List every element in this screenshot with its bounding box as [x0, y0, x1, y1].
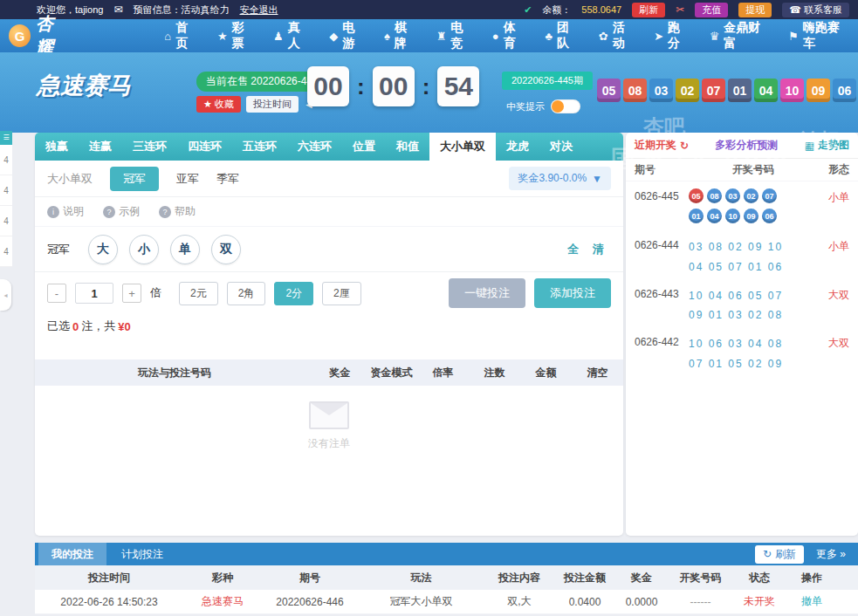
option-big[interactable]: 大 [88, 235, 118, 264]
balance-value: 558.0647 [581, 4, 621, 15]
refresh-icon: ↻ [763, 548, 772, 560]
tab-duijue[interactable]: 对决 [539, 133, 583, 161]
draw-numbers: 03 08 02 09 10 [689, 237, 818, 257]
nav-item-wealth[interactable]: ♛金鼎财富 [700, 19, 779, 52]
multiplier-input[interactable] [75, 283, 113, 304]
win-tip-toggle[interactable] [551, 99, 580, 113]
nav-item-team[interactable]: ♣团队 [535, 19, 588, 52]
tab-recent-draws[interactable]: 近期开奖↻ [635, 138, 689, 153]
rail-collapse-handle[interactable]: ◂ [0, 279, 11, 311]
tab-duying[interactable]: 独赢 [35, 133, 79, 161]
rail-item[interactable]: 4 [0, 175, 12, 206]
logout-link[interactable]: 安全退出 [239, 3, 278, 17]
position-runnerup[interactable]: 亚军 [176, 171, 199, 187]
selection-summary: 已选 0 注，共 ¥0 [35, 314, 623, 339]
tab-plan-bets[interactable]: 计划投注 [108, 543, 176, 565]
tab-analysis[interactable]: 多彩分析预测 [715, 138, 778, 153]
rail-menu-icon[interactable]: ☰ [0, 131, 12, 145]
lottery-number: 06 [833, 79, 856, 102]
clear-all-header[interactable]: 清空 [572, 366, 623, 380]
draw-issue: 0626-442 [635, 334, 689, 348]
help-help[interactable]: ?帮助 [159, 204, 196, 219]
multiplier-label: 倍 [150, 285, 161, 301]
withdraw-button[interactable]: 提现 [738, 3, 772, 17]
chevron-down-icon: ▼ [592, 173, 602, 185]
unit-fen[interactable]: 2分 [274, 282, 313, 305]
bet-game: 急速赛马 [183, 594, 262, 609]
nav-item-hipao[interactable]: ⚑嗨跑赛车 [779, 19, 858, 52]
wealth-icon: ♛ [710, 30, 720, 43]
rail-item[interactable]: 4 [0, 236, 12, 267]
refresh-balance-button[interactable]: 刷新 [632, 3, 665, 17]
option-even[interactable]: 双 [211, 235, 241, 264]
position-third[interactable]: 季军 [216, 171, 239, 187]
bet-options-row: 冠军 大 小 单 双 全 清 [35, 227, 623, 272]
nav-item-lottery[interactable]: ★彩票 [208, 19, 264, 52]
scissors-icon: ✂ [676, 3, 684, 16]
tab-wulianhuan[interactable]: 五连环 [232, 133, 287, 161]
customer-service-button[interactable]: ☎ 联系客服 [782, 3, 849, 17]
lottery-number: 02 [676, 79, 699, 102]
tab-sanlianhuan[interactable]: 三连环 [122, 133, 177, 161]
nav-item-egames[interactable]: ◆电游 [319, 19, 374, 52]
draw-ball: 09 [744, 209, 758, 223]
main-nav: G 杏耀 ⌂首页 ★彩票 ♟真人 ◆电游 ♠棋牌 ♜电竞 ●体育 ♣团队 ✿活动… [0, 19, 858, 52]
tab-daxiaodanshuang[interactable]: 大小单双 [429, 133, 496, 161]
tab-weizhi[interactable]: 位置 [342, 133, 386, 161]
add-bet-button[interactable]: 添加投注 [534, 278, 611, 308]
chevron-left-icon: ◂ [3, 291, 7, 299]
position-champion[interactable]: 冠军 [110, 167, 159, 191]
more-link[interactable]: 更多 » [816, 547, 846, 562]
countdown-seconds: 54 [437, 66, 479, 106]
rail-item[interactable]: 4 [0, 206, 12, 236]
odds-dropdown[interactable]: 奖金3.90-0.0% ▼ [509, 167, 611, 190]
tab-trend-chart[interactable]: ▦走势图 [805, 138, 849, 153]
select-all-link[interactable]: 全 [567, 242, 579, 257]
multiplier-minus-button[interactable]: - [47, 284, 66, 303]
countdown-hours: 00 [307, 66, 349, 106]
bet-time-button[interactable]: 投注时间 [246, 96, 299, 113]
nav-item-activity[interactable]: ✿活动 [589, 19, 644, 52]
help-explain[interactable]: i说明 [47, 204, 84, 219]
bet-issue: 20220626-446 [262, 596, 358, 608]
refresh-bets-button[interactable]: ↻刷新 [755, 545, 804, 564]
draw-ball: 04 [707, 209, 722, 223]
favorite-button[interactable]: ★收藏 [196, 96, 241, 113]
clear-link[interactable]: 清 [593, 242, 604, 257]
nav-item-chess[interactable]: ♠棋牌 [374, 19, 427, 52]
option-odd[interactable]: 单 [170, 235, 200, 264]
nav-item-paofen[interactable]: ➤跑分 [644, 19, 699, 52]
multiplier-plus-button[interactable]: + [122, 284, 141, 303]
lottery-icon: ★ [217, 30, 228, 43]
quick-bet-button[interactable]: 一键投注 [449, 278, 525, 308]
unit-yuan[interactable]: 2元 [179, 282, 218, 305]
bets-table-header: 投注时间 彩种 期号 玩法 投注内容 投注金额 奖金 开奖号码 状态 操作 [35, 565, 858, 590]
help-example[interactable]: ?示例 [103, 204, 140, 219]
recharge-button[interactable]: 充值 [695, 3, 728, 17]
nav-item-esports[interactable]: ♜电竞 [427, 19, 483, 52]
draws-table-header: 期号 开奖号码 形态 [626, 159, 858, 181]
win-tip-label: 中奖提示 [506, 100, 545, 113]
bet-status: 未开奖 [733, 594, 786, 609]
tab-hezhi[interactable]: 和值 [386, 133, 429, 161]
tab-longhu[interactable]: 龙虎 [496, 133, 539, 161]
check-icon: ✔ [524, 4, 532, 16]
tab-lianying[interactable]: 连赢 [79, 133, 122, 161]
tab-liulianhuan[interactable]: 六连环 [287, 133, 342, 161]
mail-icon[interactable]: ✉ [113, 3, 122, 16]
rail-item[interactable]: 4 [0, 145, 12, 175]
draw-row: 0626-444 03 08 02 09 10 04 05 07 01 06 小… [626, 230, 858, 279]
tab-my-bets[interactable]: 我的投注 [38, 543, 106, 565]
nav-item-sports[interactable]: ●体育 [483, 19, 536, 52]
option-small[interactable]: 小 [129, 235, 159, 264]
unit-li[interactable]: 2厘 [322, 282, 361, 305]
tab-silianhuan[interactable]: 四连环 [177, 133, 232, 161]
nav-item-home[interactable]: ⌂首页 [154, 19, 208, 52]
cancel-bet-link[interactable]: 撤单 [786, 594, 838, 609]
help-row: i说明 ?示例 ?帮助 [35, 197, 623, 227]
draw-shape: 小单 [818, 237, 849, 254]
nav-item-live[interactable]: ♟真人 [264, 19, 319, 52]
play-tabs: 独赢 连赢 三连环 四连环 五连环 六连环 位置 和值 大小单双 龙虎 对决 [35, 133, 623, 161]
unit-jiao[interactable]: 2角 [227, 282, 266, 305]
countdown-timer: 00 : 00 : 54 [307, 66, 479, 106]
